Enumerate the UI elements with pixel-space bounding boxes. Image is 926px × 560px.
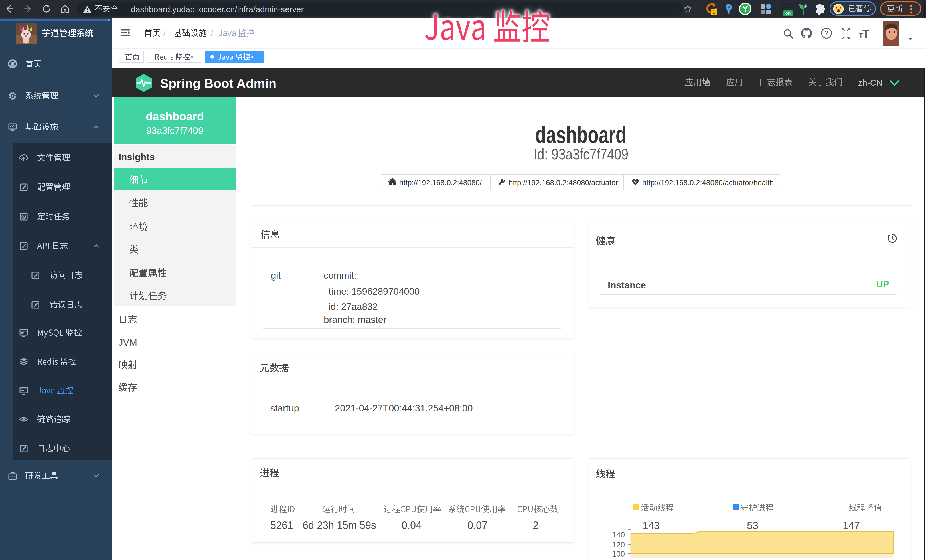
svg-text:?: ? [825, 29, 828, 37]
svg-text:on: on [785, 11, 791, 15]
svg-text:T: T [859, 32, 863, 39]
svg-text:1: 1 [713, 9, 715, 15]
svg-text:T: T [862, 27, 869, 39]
